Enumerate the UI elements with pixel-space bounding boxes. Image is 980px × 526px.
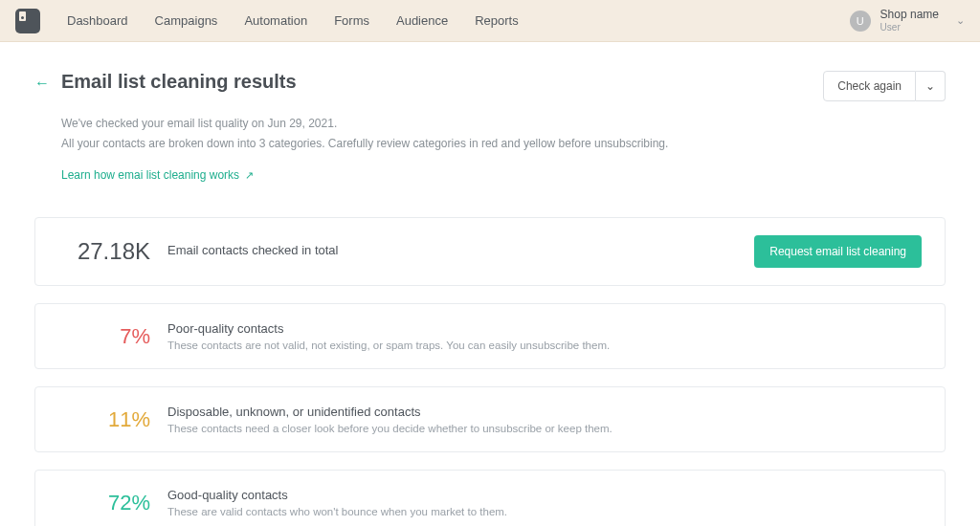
category-card-poor: 7% Poor-quality contacts These contacts … (34, 303, 946, 369)
page-header: ← Email list cleaning results Check agai… (34, 71, 946, 101)
good-pct: 72% (58, 491, 150, 515)
disposable-title: Disposable, unknown, or unidentified con… (167, 405, 922, 419)
main-nav: Dashboard Campaigns Automation Forms Aud… (67, 13, 519, 28)
total-value: 27.18K (58, 238, 150, 265)
chevron-down-icon: ⌄ (956, 14, 965, 27)
poor-pct: 7% (58, 324, 150, 349)
nav-audience[interactable]: Audience (396, 13, 448, 28)
chevron-down-icon: ⌄ (925, 79, 935, 93)
nav-reports[interactable]: Reports (475, 13, 519, 28)
nav-campaigns[interactable]: Campaigns (155, 13, 218, 28)
disposable-pct: 11% (58, 407, 150, 432)
subtext-line2: All your contacts are broken down into 3… (61, 135, 946, 153)
external-link-icon: ↗ (245, 169, 254, 182)
topbar: Dashboard Campaigns Automation Forms Aud… (0, 0, 980, 42)
brand-logo[interactable] (15, 9, 40, 33)
poor-desc: These contacts are not valid, not existi… (167, 340, 922, 351)
user-text: Shop name User (880, 9, 939, 32)
request-cleaning-button[interactable]: Request email list cleaning (754, 235, 922, 268)
results-cards: 27.18K Email contacts checked in total R… (34, 217, 946, 526)
page-content: ← Email list cleaning results Check agai… (0, 42, 980, 526)
user-menu[interactable]: U Shop name User ⌄ (850, 9, 965, 32)
total-card: 27.18K Email contacts checked in total R… (34, 217, 946, 286)
poor-title: Poor-quality contacts (167, 321, 922, 336)
subtext-line1: We've checked your email list quality on… (61, 115, 946, 133)
check-again-button[interactable]: Check again (823, 71, 916, 101)
category-card-disposable: 11% Disposable, unknown, or unidentified… (34, 386, 946, 452)
good-desc: These are valid contacts who won't bounc… (167, 506, 922, 517)
learn-more-link[interactable]: Learn how emai list cleaning works ↗ (61, 168, 254, 182)
back-arrow-icon[interactable]: ← (34, 75, 50, 92)
user-role: User (880, 22, 939, 33)
good-title: Good-quality contacts (167, 488, 922, 502)
avatar: U (850, 11, 871, 32)
disposable-desc: These contacts need a closer look before… (167, 423, 922, 434)
check-again-dropdown[interactable]: ⌄ (916, 71, 946, 101)
total-label: Email contacts checked in total (167, 243, 754, 257)
nav-forms[interactable]: Forms (334, 13, 369, 28)
shop-name: Shop name (880, 9, 939, 21)
category-card-good: 72% Good-quality contacts These are vali… (34, 470, 946, 526)
nav-dashboard[interactable]: Dashboard (67, 13, 128, 28)
nav-automation[interactable]: Automation (244, 13, 307, 28)
page-title: Email list cleaning results (61, 71, 297, 93)
learn-more-label: Learn how emai list cleaning works (61, 168, 239, 182)
